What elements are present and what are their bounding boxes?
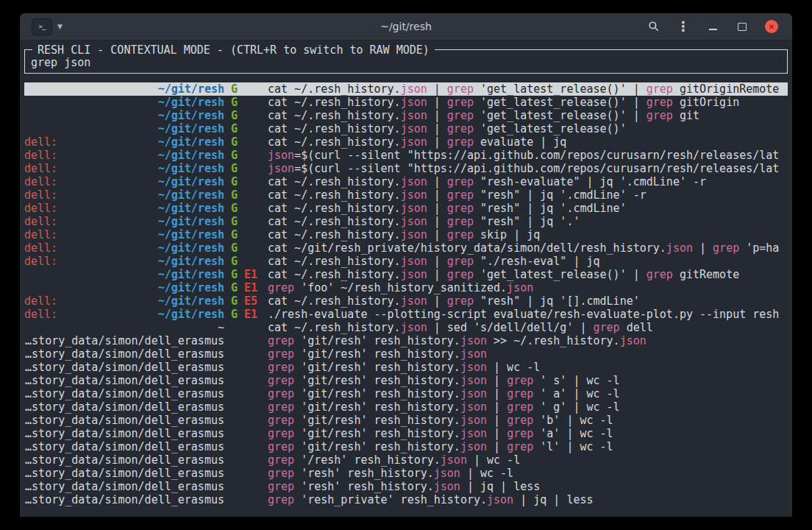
directory-path: ~/git/resh <box>158 162 224 175</box>
history-row[interactable]: dell:~/git/resh G cat ~/git/resh_private… <box>24 241 788 255</box>
history-row[interactable]: …story_data/simon/dell_erasmus grep '/re… <box>24 453 788 467</box>
command-text: cat ~/git/resh_private/history_data/simo… <box>268 241 788 255</box>
history-row[interactable]: dell:~/git/resh G json=$(curl --silent "… <box>24 149 788 162</box>
git-flag: G <box>231 96 238 109</box>
command-text: cat ~/.resh_history.json | grep 'get_lat… <box>268 82 788 96</box>
directory-path: ~/git/resh <box>158 175 224 188</box>
directory-path: …story_data/simon/dell_erasmus <box>25 334 224 347</box>
history-row[interactable]: …story_data/simon/dell_erasmus grep 'git… <box>24 427 788 440</box>
search-button[interactable] <box>644 17 664 36</box>
resh-search-box: RESH CLI - CONTEXTUAL MODE - (CTRL+R to … <box>24 49 788 74</box>
command-text: grep 'git/resh' resh_history.json | wc -… <box>268 361 788 374</box>
command-text: grep 'resh' resh_history.json | wc -l <box>268 467 788 480</box>
command-text: cat ~/.resh_history.json | grep "resh-ev… <box>268 175 788 188</box>
git-flag: G <box>231 268 238 281</box>
history-row[interactable]: dell:~/git/resh G cat ~/.resh_history.js… <box>24 202 788 215</box>
restore-icon <box>738 23 747 31</box>
terminal-tab-icon: >_ <box>39 23 46 30</box>
exit-status-flag: E1 <box>244 308 257 321</box>
exit-status-flag: E1 <box>244 268 257 281</box>
command-text: cat ~/.resh_history.json | grep 'get_lat… <box>268 268 788 281</box>
history-row[interactable]: dell:~/git/resh G json=$(curl --silent "… <box>24 162 788 175</box>
history-row[interactable]: …story_data/simon/dell_erasmus grep 'git… <box>24 440 788 453</box>
directory-path: ~/git/resh <box>158 202 224 215</box>
command-text: grep 'git/resh' resh_history.json | grep… <box>268 440 788 453</box>
history-row[interactable]: ~/git/resh G cat ~/.resh_history.json | … <box>24 96 788 109</box>
directory-path: ~/git/resh <box>158 96 224 109</box>
history-row[interactable]: …story_data/simon/dell_erasmus grep 'git… <box>24 387 788 400</box>
host-label: dell: <box>24 294 57 308</box>
directory-path: ~/git/resh <box>158 109 224 122</box>
directory-path: …story_data/simon/dell_erasmus <box>25 493 224 506</box>
minimize-icon <box>709 29 717 30</box>
history-row[interactable]: ~/git/resh G cat ~/.resh_history.json | … <box>24 109 788 122</box>
host-label: dell: <box>24 241 57 255</box>
command-text: ./resh-evaluate --plotting-script evalua… <box>268 308 788 321</box>
history-row[interactable]: dell:~/git/resh G cat ~/.resh_history.js… <box>24 228 788 241</box>
new-tab-button[interactable]: >_ <box>32 18 52 35</box>
git-flag: G <box>231 228 238 241</box>
restore-button[interactable] <box>732 17 752 36</box>
history-row[interactable]: dell:~/git/resh G cat ~/.resh_history.js… <box>24 175 788 188</box>
command-text: grep 'foo' ~/resh_history_sanitized.json <box>268 281 788 294</box>
command-text: grep 'git/resh' resh_history.json | grep… <box>268 400 788 414</box>
directory-path: ~/git/resh <box>158 149 224 162</box>
command-text: grep '/resh' resh_history.json | wc -l <box>268 453 788 467</box>
history-row[interactable]: …story_data/simon/dell_erasmus grep 'res… <box>24 493 788 506</box>
directory-path: ~/git/resh <box>158 308 224 321</box>
git-flag: G <box>231 281 238 294</box>
search-query-input[interactable]: grep json <box>31 56 781 69</box>
directory-path: ~/git/resh <box>158 188 224 202</box>
directory-path: …story_data/simon/dell_erasmus <box>25 361 224 374</box>
directory-path: …story_data/simon/dell_erasmus <box>25 374 224 387</box>
search-icon <box>648 21 660 32</box>
history-row[interactable]: ~/git/resh G cat ~/.resh_history.json | … <box>24 82 788 96</box>
git-flag: G <box>231 162 238 175</box>
history-row[interactable]: …story_data/simon/dell_erasmus grep 'git… <box>24 400 788 414</box>
history-row[interactable]: …story_data/simon/dell_erasmus grep 'git… <box>24 414 788 427</box>
history-row[interactable]: ~ cat ~/.resh_history.json | sed 's/dell… <box>24 321 788 334</box>
directory-path: …story_data/simon/dell_erasmus <box>25 440 224 453</box>
history-row[interactable]: dell:~/git/resh GE5 cat ~/.resh_history.… <box>24 294 788 308</box>
git-flag: G <box>231 135 238 149</box>
directory-path: ~/git/resh <box>158 215 224 228</box>
history-row[interactable]: …story_data/simon/dell_erasmus grep 'git… <box>24 374 788 387</box>
history-row[interactable]: …story_data/simon/dell_erasmus grep 'git… <box>24 334 788 347</box>
history-row[interactable]: ~/git/resh GE1 cat ~/.resh_history.json … <box>24 268 788 281</box>
chevron-down-icon[interactable]: ▼ <box>57 23 63 30</box>
command-text: grep 'resh' resh_history.json | jq | les… <box>268 480 788 493</box>
host-label: dell: <box>24 162 57 175</box>
directory-path: …story_data/simon/dell_erasmus <box>25 347 224 361</box>
history-row[interactable]: …story_data/simon/dell_erasmus grep 'git… <box>24 347 788 361</box>
directory-path: ~/git/resh <box>158 135 224 149</box>
history-row[interactable]: dell:~/git/resh G cat ~/.resh_history.js… <box>24 215 788 228</box>
history-row[interactable]: …story_data/simon/dell_erasmus grep 'git… <box>24 361 788 374</box>
git-flag: G <box>231 175 238 188</box>
host-label: dell: <box>24 215 57 228</box>
command-text: grep 'git/resh' resh_history.json | grep… <box>268 387 788 400</box>
history-row[interactable]: …story_data/simon/dell_erasmus grep 'res… <box>24 467 788 480</box>
command-text: cat ~/.resh_history.json | grep skip | j… <box>268 228 788 241</box>
minimize-button[interactable] <box>702 17 723 36</box>
history-row[interactable]: dell:~/git/resh G cat ~/.resh_history.js… <box>24 188 788 202</box>
command-text: cat ~/.resh_history.json | grep 'get_lat… <box>268 109 788 122</box>
command-text: cat ~/.resh_history.json | grep "resh" |… <box>268 202 788 215</box>
history-row[interactable]: dell:~/git/resh G cat ~/.resh_history.js… <box>24 135 788 149</box>
command-text: json=$(curl --silent "https://api.github… <box>268 149 788 162</box>
command-text: grep 'git/resh' resh_history.json >> ~/.… <box>268 334 788 347</box>
directory-path: …story_data/simon/dell_erasmus <box>25 480 224 493</box>
directory-path: ~/git/resh <box>158 268 224 281</box>
history-row[interactable]: ~/git/resh G cat ~/.resh_history.json | … <box>24 122 788 135</box>
git-flag: G <box>231 294 238 308</box>
directory-path: …story_data/simon/dell_erasmus <box>25 387 224 400</box>
close-button[interactable]: ✕ <box>761 17 782 36</box>
history-row[interactable]: ~/git/resh GE1 grep 'foo' ~/resh_history… <box>24 281 788 294</box>
git-flag: G <box>231 308 238 321</box>
directory-path: …story_data/simon/dell_erasmus <box>25 453 224 467</box>
history-row[interactable]: …story_data/simon/dell_erasmus grep 'res… <box>24 480 788 493</box>
command-text: cat ~/.resh_history.json | grep evaluate… <box>268 135 788 149</box>
history-row[interactable]: dell:~/git/resh G cat ~/.resh_history.js… <box>24 255 788 268</box>
history-row[interactable]: dell:~/git/resh GE1 ./resh-evaluate --pl… <box>24 308 788 321</box>
command-text: cat ~/.resh_history.json | grep 'get_lat… <box>268 96 788 109</box>
menu-button[interactable]: ⋮ <box>673 17 694 36</box>
